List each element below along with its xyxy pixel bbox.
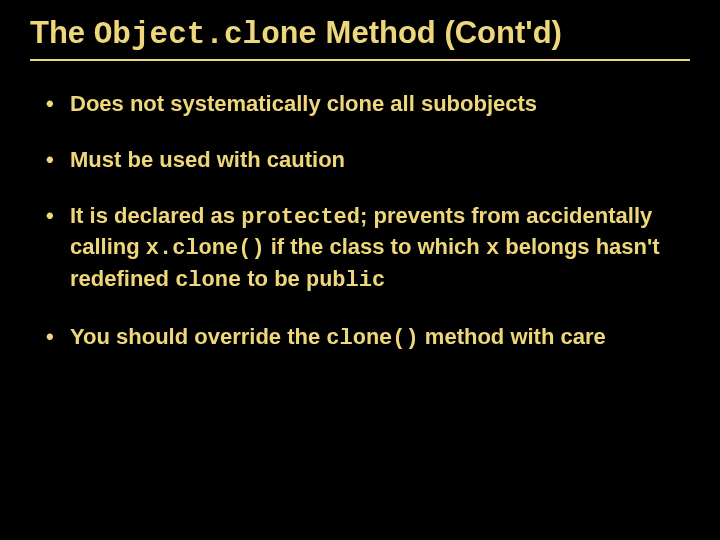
code-text: clone() [326,326,418,351]
code-text: protected [241,205,360,230]
code-text: clone [175,268,241,293]
code-text: x [486,236,499,261]
bullet-text: You should override the [70,324,326,349]
bullet-text: Must be used with caution [70,147,345,172]
bullet-text: if the class to which [265,234,486,259]
title-code: Object.clone [94,17,317,52]
bullet-text: to be [241,266,306,291]
list-item: Must be used with caution [44,145,680,175]
list-item: You should override the clone() method w… [44,322,680,354]
slide-title: The Object.clone Method (Cont'd) [30,14,690,53]
title-underline [30,59,690,61]
list-item: It is declared as protected; prevents fr… [44,201,680,296]
list-item: Does not systematically clone all subobj… [44,89,680,119]
slide: The Object.clone Method (Cont'd) Does no… [0,0,720,540]
bullet-text: method with care [419,324,606,349]
bullet-list: Does not systematically clone all subobj… [30,89,690,353]
title-pre: The [30,15,94,50]
bullet-text: It is declared as [70,203,241,228]
title-post: Method (Cont'd) [317,15,562,50]
code-text: x.clone() [146,236,265,261]
code-text: public [306,268,385,293]
bullet-text: Does not systematically clone all subobj… [70,91,537,116]
